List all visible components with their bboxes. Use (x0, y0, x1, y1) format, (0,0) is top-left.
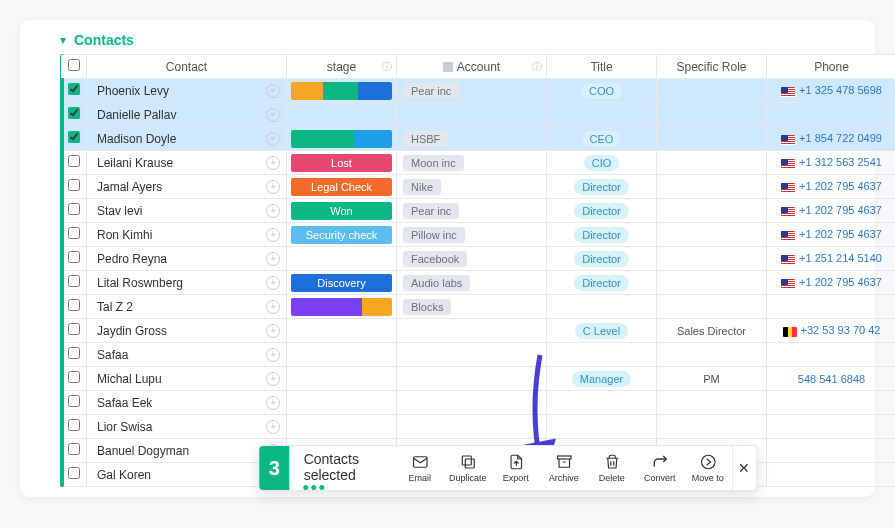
role-cell[interactable] (657, 199, 767, 223)
role-cell[interactable] (657, 295, 767, 319)
select-all-checkbox[interactable] (68, 59, 80, 71)
stage-cell[interactable] (287, 127, 397, 151)
add-icon[interactable]: + (266, 204, 280, 218)
add-icon[interactable]: + (266, 348, 280, 362)
role-cell[interactable] (657, 175, 767, 199)
phone-cell[interactable]: +1 202 795 4637 (767, 175, 896, 199)
account-cell[interactable] (397, 415, 547, 439)
phone-number[interactable]: +1 854 722 0499 (799, 132, 882, 144)
row-checkbox[interactable] (68, 419, 80, 431)
contact-name[interactable]: Stav levi (97, 204, 142, 218)
phone-cell[interactable]: 548 541 6848 (767, 367, 896, 391)
add-icon[interactable]: + (266, 84, 280, 98)
row-checkbox[interactable] (68, 131, 80, 143)
phone-number[interactable]: +1 202 795 4637 (799, 204, 882, 216)
phone-cell[interactable]: +1 854 722 0499 (767, 127, 896, 151)
title-cell[interactable]: Director (547, 199, 657, 223)
role-cell[interactable]: PM (657, 367, 767, 391)
role-cell[interactable] (657, 247, 767, 271)
title-cell[interactable]: CEO (547, 127, 657, 151)
add-icon[interactable]: + (266, 420, 280, 434)
title-cell[interactable]: Manager (547, 367, 657, 391)
add-icon[interactable]: + (266, 252, 280, 266)
stage-cell[interactable]: Security check (287, 223, 397, 247)
stage-cell[interactable] (287, 79, 397, 103)
table-row[interactable]: Stav levi+WonPear incDirector+1 202 795 … (61, 199, 896, 223)
table-row[interactable]: Leilani Krause+LostMoon incCIO+1 312 563… (61, 151, 896, 175)
account-cell[interactable]: HSBF (397, 127, 547, 151)
stage-cell[interactable] (287, 343, 397, 367)
stage-cell[interactable]: Won (287, 199, 397, 223)
account-cell[interactable]: Pear inc (397, 79, 547, 103)
phone-cell[interactable] (767, 103, 896, 127)
role-cell[interactable] (657, 151, 767, 175)
table-row[interactable]: Safaa Eek+ (61, 391, 896, 415)
role-cell[interactable] (657, 391, 767, 415)
table-row[interactable]: Phoenix Levy+Pear incCOO+1 325 478 5698 (61, 79, 896, 103)
title-cell[interactable]: Director (547, 271, 657, 295)
add-icon[interactable]: + (266, 132, 280, 146)
export-button[interactable]: Export (492, 453, 540, 483)
contact-name[interactable]: Jaydin Gross (97, 324, 167, 338)
phone-cell[interactable]: +32 53 93 70 42 (767, 319, 896, 343)
table-row[interactable]: Madison Doyle+HSBFCEO+1 854 722 0499 (61, 127, 896, 151)
role-cell[interactable] (657, 343, 767, 367)
account-cell[interactable] (397, 391, 547, 415)
table-row[interactable]: Lior Swisa+ (61, 415, 896, 439)
phone-cell[interactable]: +1 202 795 4637 (767, 271, 896, 295)
table-row[interactable]: Ron Kimhi+Security checkPillow incDirect… (61, 223, 896, 247)
phone-cell[interactable] (767, 463, 896, 487)
contact-name[interactable]: Jamal Ayers (97, 180, 162, 194)
contact-name[interactable]: Lital Roswnberg (97, 276, 183, 290)
contact-name[interactable]: Pedro Reyna (97, 252, 167, 266)
title-cell[interactable]: Director (547, 223, 657, 247)
account-cell[interactable]: Audio labs (397, 271, 547, 295)
phone-number[interactable]: +1 202 795 4637 (799, 228, 882, 240)
add-icon[interactable]: + (266, 228, 280, 242)
role-cell[interactable] (657, 271, 767, 295)
stage-cell[interactable] (287, 415, 397, 439)
delete-button[interactable]: Delete (588, 453, 636, 483)
role-cell[interactable] (657, 223, 767, 247)
contact-name[interactable]: Ron Kimhi (97, 228, 152, 242)
section-header[interactable]: ▾ Contacts (20, 28, 875, 54)
row-checkbox[interactable] (68, 275, 80, 287)
stage-cell[interactable] (287, 367, 397, 391)
phone-cell[interactable] (767, 295, 896, 319)
phone-number[interactable]: +1 325 478 5698 (799, 84, 882, 96)
table-row[interactable]: Pedro Reyna+FacebookDirector+1 251 214 5… (61, 247, 896, 271)
add-icon[interactable]: + (266, 324, 280, 338)
title-cell[interactable] (547, 391, 657, 415)
phone-cell[interactable]: +1 312 563 2541 (767, 151, 896, 175)
phone-number[interactable]: +1 202 795 4637 (799, 276, 882, 288)
contact-name[interactable]: Michal Lupu (97, 372, 162, 386)
title-cell[interactable]: Director (547, 175, 657, 199)
role-cell[interactable] (657, 127, 767, 151)
table-row[interactable]: Safaa+ (61, 343, 896, 367)
phone-cell[interactable]: +1 325 478 5698 (767, 79, 896, 103)
contact-name[interactable]: Madison Doyle (97, 132, 176, 146)
stage-cell[interactable] (287, 247, 397, 271)
role-cell[interactable] (657, 79, 767, 103)
role-cell[interactable] (657, 415, 767, 439)
stage-cell[interactable]: Lost (287, 151, 397, 175)
row-checkbox[interactable] (68, 347, 80, 359)
row-checkbox[interactable] (68, 395, 80, 407)
archive-button[interactable]: Archive (540, 453, 588, 483)
email-button[interactable]: Email (396, 453, 444, 483)
phone-number[interactable]: +1 251 214 5140 (799, 252, 882, 264)
add-icon[interactable]: + (266, 156, 280, 170)
row-checkbox[interactable] (68, 371, 80, 383)
row-checkbox[interactable] (68, 443, 80, 455)
row-checkbox[interactable] (68, 299, 80, 311)
row-checkbox[interactable] (68, 467, 80, 479)
role-cell[interactable] (657, 103, 767, 127)
add-icon[interactable]: + (266, 108, 280, 122)
account-cell[interactable]: Facebook (397, 247, 547, 271)
phone-number[interactable]: +1 312 563 2541 (799, 156, 882, 168)
contact-name[interactable]: Safaa Eek (97, 396, 152, 410)
account-cell[interactable] (397, 343, 547, 367)
duplicate-button[interactable]: Duplicate (444, 453, 492, 483)
stage-cell[interactable] (287, 295, 397, 319)
add-icon[interactable]: + (266, 396, 280, 410)
